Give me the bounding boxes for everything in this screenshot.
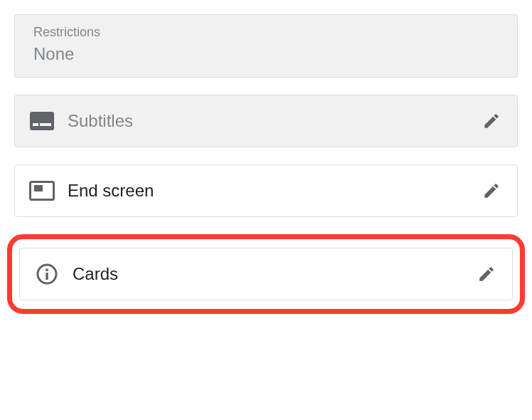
pencil-icon: [477, 265, 496, 283]
restrictions-card[interactable]: Restrictions None: [14, 14, 518, 78]
restrictions-label: Restrictions: [33, 25, 100, 40]
cards-row[interactable]: Cards: [19, 248, 513, 300]
cards-label: Cards: [73, 264, 118, 284]
subtitles-icon: [29, 108, 55, 134]
svg-rect-4: [34, 185, 43, 191]
pencil-icon: [482, 182, 501, 200]
end-screen-icon: [29, 178, 55, 204]
cards-highlight: Cards: [7, 234, 525, 314]
svg-rect-7: [46, 273, 48, 280]
subtitles-label: Subtitles: [68, 111, 133, 131]
svg-rect-2: [40, 123, 51, 126]
info-icon: [34, 261, 60, 287]
edit-cards-button[interactable]: [475, 263, 498, 285]
edit-end-screen-button[interactable]: [480, 179, 503, 202]
end-screen-label: End screen: [68, 181, 154, 201]
end-screen-row[interactable]: End screen: [14, 164, 518, 217]
svg-rect-0: [30, 112, 54, 130]
edit-subtitles-button[interactable]: [480, 110, 503, 132]
svg-rect-6: [46, 269, 48, 271]
subtitles-row[interactable]: Subtitles: [14, 95, 518, 147]
pencil-icon: [482, 112, 501, 130]
restrictions-value: None: [33, 44, 74, 64]
svg-rect-1: [33, 123, 38, 126]
